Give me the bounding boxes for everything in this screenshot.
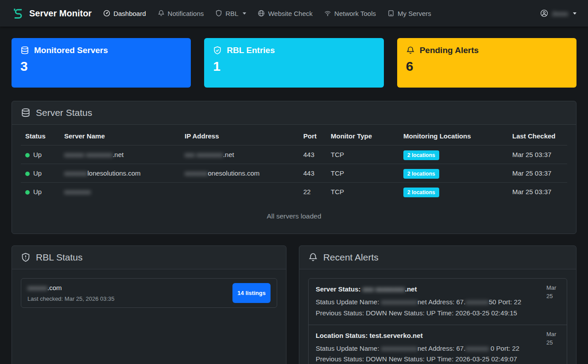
- last-checked-value: Mar 25 03:37: [508, 183, 567, 201]
- nav-label: Network Tools: [334, 10, 376, 17]
- nav-item-my-servers[interactable]: My Servers: [387, 10, 431, 17]
- server-status-card: Server Status Status Server Name IP Addr…: [12, 101, 576, 234]
- rbl-status-header: RBL Status: [12, 246, 286, 269]
- last-checked-value: Mar 25 03:37: [508, 164, 567, 183]
- col-monitoring-locations: Monitoring Locations: [399, 126, 508, 146]
- ip-redacted: xxx xxxxxxxx: [185, 151, 223, 158]
- col-ip-address: IP Address: [180, 126, 299, 146]
- stat-card-rbl-entries: RBL Entries 1: [204, 38, 383, 88]
- page-content: Monitored Servers 3 RBL Entries 1: [0, 38, 588, 364]
- locations-badge[interactable]: 2 locations: [403, 150, 439, 160]
- alert-title-prefix: Server Status:: [316, 285, 363, 293]
- alert-item: Location Status: test.serverko.net Statu…: [309, 325, 567, 364]
- col-last-checked: Last Checked: [508, 126, 567, 146]
- stat-title: Monitored Servers: [34, 46, 108, 55]
- bell-icon: [158, 10, 165, 17]
- card-title: Server Status: [36, 107, 92, 118]
- nav-item-rbl[interactable]: RBL: [215, 10, 246, 17]
- status-up-dot: [25, 190, 30, 195]
- ip-redacted: xxxxxxx: [185, 169, 208, 177]
- server-name-redacted: xxxxxxx: [64, 169, 88, 177]
- alert-title-suffix: test.serverko.net: [370, 332, 423, 339]
- server-name: .net: [112, 151, 124, 158]
- globe-icon: [258, 10, 265, 17]
- last-checked-value: Mar 25 03:37: [508, 146, 567, 164]
- server-stack-icon: [21, 108, 31, 118]
- col-port: Port: [299, 126, 326, 146]
- alert-item: Server Status: xxx xxxxxxxx.net Status U…: [309, 279, 567, 325]
- alert-title-prefix: Location Status:: [316, 332, 370, 339]
- status-text: Up: [33, 151, 42, 158]
- stat-value: 6: [406, 59, 568, 74]
- navbar: Server Monitor Dashboard Notifications: [0, 0, 588, 27]
- nav-links: Dashboard Notifications RBL: [103, 10, 528, 17]
- nav-label: Dashboard: [113, 10, 146, 17]
- status-text: Up: [33, 169, 42, 177]
- nav-label: RBL: [225, 10, 238, 17]
- shield-check-icon: [213, 46, 222, 55]
- wifi-icon: [324, 10, 331, 17]
- stat-card-pending-alerts: Pending Alerts 6: [397, 38, 576, 88]
- shield-icon: [215, 10, 222, 17]
- server-name-redacted: xxxxxx xxxxxxxx: [64, 151, 112, 158]
- server-name-redacted: xxxxxxxx: [64, 188, 91, 195]
- server-name: lonesolutions.com: [88, 169, 141, 177]
- nav-label: My Servers: [398, 10, 431, 17]
- stat-card-monitored-servers: Monitored Servers 3: [12, 38, 191, 88]
- alert-title-suffix: .net: [405, 285, 417, 293]
- recent-alerts-card: Recent Alerts Server Status: xxx xxxxxxx…: [299, 245, 576, 364]
- person-circle-icon: [540, 9, 548, 17]
- chevron-down-icon: [573, 12, 576, 15]
- server-status-table: Status Server Name IP Address Port Monit…: [21, 126, 567, 201]
- stat-value: 3: [20, 59, 182, 74]
- rbl-last-checked: Last checked: Mar 25, 2026 03:35: [27, 295, 115, 302]
- locations-badge[interactable]: 2 locations: [403, 188, 439, 197]
- status-up-dot: [25, 153, 30, 157]
- rbl-domain-redacted: xxxxxx: [27, 284, 47, 291]
- stats-row: Monitored Servers 3 RBL Entries 1: [12, 38, 576, 88]
- alert-line1: Status Update Name: xxxxxxxxxxxnet Addre…: [316, 343, 540, 354]
- col-status: Status: [21, 126, 60, 146]
- alert-list: Server Status: xxx xxxxxxxx.net Status U…: [308, 278, 567, 364]
- alert-line1: Status Update Name: xxxxxxxxxxxnet Addre…: [316, 297, 540, 307]
- bell-icon: [406, 46, 415, 55]
- nav-item-notifications[interactable]: Notifications: [158, 10, 204, 17]
- listings-badge[interactable]: 14 listings: [232, 283, 271, 303]
- rbl-domain: .com: [47, 284, 62, 291]
- ip-address: onesolutions.com: [208, 169, 260, 177]
- alert-line2: Previous Status: DOWN New Status: UP Tim…: [316, 354, 540, 364]
- rbl-entry-info: xxxxxx.com Last checked: Mar 25, 2026 03…: [27, 284, 115, 302]
- all-servers-loaded-text: All servers loaded: [12, 201, 576, 234]
- locations-badge[interactable]: 2 locations: [403, 169, 439, 179]
- col-server-name: Server Name: [60, 126, 180, 146]
- nav-label: Website Check: [268, 10, 313, 17]
- status-up-dot: [25, 172, 30, 176]
- alert-content: Server Status: xxx xxxxxxxx.net Status U…: [316, 284, 540, 318]
- nav-label: Notifications: [168, 10, 204, 17]
- recent-alerts-header: Recent Alerts: [299, 246, 576, 269]
- bottom-row: RBL Status xxxxxx.com Last checked: Mar …: [12, 245, 576, 364]
- status-text: Up: [33, 188, 42, 195]
- card-title: RBL Status: [36, 252, 82, 263]
- server-status-table-wrap: Status Server Name IP Address Port Monit…: [12, 125, 576, 201]
- table-row: Up xxxxxx xxxxxxxx.net xxx xxxxxxxx.net …: [21, 146, 567, 164]
- nav-item-dashboard[interactable]: Dashboard: [103, 10, 146, 17]
- user-name: Jxxxx: [552, 10, 569, 17]
- col-monitor-type: Monitor Type: [326, 126, 399, 146]
- nav-item-website-check[interactable]: Website Check: [258, 10, 313, 17]
- port-value: 443: [299, 164, 326, 183]
- port-value: 443: [299, 146, 326, 164]
- nav-item-network-tools[interactable]: Network Tools: [324, 10, 376, 17]
- brand-logo-icon: [12, 7, 25, 20]
- table-row: Up xxxxxxxlonesolutions.com xxxxxxxoneso…: [21, 164, 567, 183]
- brand-title: Server Monitor: [29, 8, 92, 19]
- brand[interactable]: Server Monitor: [12, 7, 92, 20]
- alert-date: Mar 25: [546, 284, 560, 318]
- alert-date: Mar 25: [546, 330, 560, 364]
- chevron-down-icon: [243, 12, 246, 15]
- user-menu[interactable]: Jxxxx: [540, 9, 577, 17]
- monitor-type-value: TCP: [326, 164, 399, 183]
- monitor-type-value: TCP: [326, 146, 399, 164]
- rbl-status-card: RBL Status xxxxxx.com Last checked: Mar …: [12, 245, 286, 364]
- monitor-type-value: TCP: [326, 183, 399, 201]
